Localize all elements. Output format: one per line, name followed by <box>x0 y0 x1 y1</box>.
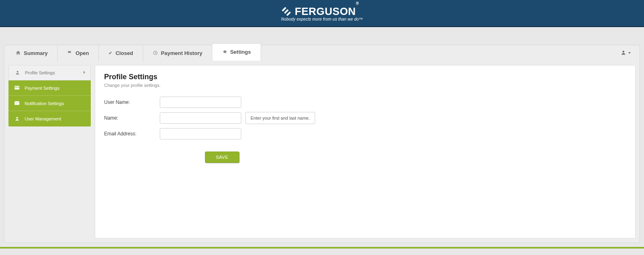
sidebar-item-notification[interactable]: Notification Settings <box>8 96 91 111</box>
sidebar-item-user-management[interactable]: User Management <box>8 111 91 126</box>
svg-marker-2 <box>286 11 291 16</box>
sidebar-item-payment[interactable]: Payment Settings <box>8 80 91 96</box>
sidebar-item-profile[interactable]: Profile Settings <box>8 65 91 80</box>
email-label: Email Address: <box>104 131 156 137</box>
save-button[interactable]: SAVE <box>205 152 239 163</box>
gear-icon <box>222 49 227 55</box>
svg-rect-8 <box>15 101 19 105</box>
check-icon: ✔ <box>109 51 112 56</box>
profile-settings-panel: Profile Settings Change your profile set… <box>95 65 636 238</box>
user-menu-button[interactable] <box>613 50 640 56</box>
svg-point-9 <box>16 117 18 118</box>
panel-subtitle: Change your profile settings. <box>104 83 626 88</box>
settings-sidebar: Profile Settings Payment Settings Notifi <box>8 65 91 238</box>
tab-payment-history[interactable]: Payment History <box>143 45 213 61</box>
brand-name: FERGUSON® <box>295 5 359 18</box>
chevron-right-icon <box>82 70 86 76</box>
brand-icon <box>281 6 293 17</box>
clock-icon <box>153 51 158 56</box>
user-icon <box>621 50 626 56</box>
name-input[interactable] <box>160 112 241 124</box>
flag-icon <box>67 51 72 56</box>
chevron-down-icon <box>627 51 631 56</box>
svg-point-4 <box>623 51 625 53</box>
home-icon <box>16 51 21 56</box>
username-label: User Name: <box>104 99 156 105</box>
panel-title: Profile Settings <box>104 73 626 81</box>
name-label: Name: <box>104 115 156 121</box>
user-icon <box>14 116 20 122</box>
email-input[interactable] <box>160 128 241 139</box>
svg-marker-0 <box>282 7 286 11</box>
username-input[interactable] <box>160 97 241 108</box>
mail-icon <box>14 101 20 106</box>
content-area: Profile Settings Payment Settings Notifi <box>4 61 640 243</box>
tab-settings[interactable]: Settings <box>212 43 261 61</box>
tab-closed[interactable]: ✔ Closed <box>99 45 143 61</box>
tab-summary[interactable]: Summary <box>4 45 58 61</box>
main-tab-bar: Summary Open ✔ Closed Payment History Se… <box>4 45 640 61</box>
footer-accent-bar <box>0 247 644 249</box>
svg-marker-1 <box>284 9 289 13</box>
brand-tagline: Nobody expects more from us than we do™ <box>281 17 363 21</box>
svg-rect-6 <box>15 86 19 89</box>
card-icon <box>14 86 20 91</box>
svg-rect-7 <box>15 86 19 87</box>
tab-open[interactable]: Open <box>58 45 99 61</box>
svg-point-5 <box>17 71 18 72</box>
brand-logo: FERGUSON® Nobody expects more from us th… <box>281 5 363 21</box>
name-hint: Enter your first and last name. <box>245 112 315 124</box>
user-icon <box>15 70 20 76</box>
app-header: FERGUSON® Nobody expects more from us th… <box>0 0 644 27</box>
